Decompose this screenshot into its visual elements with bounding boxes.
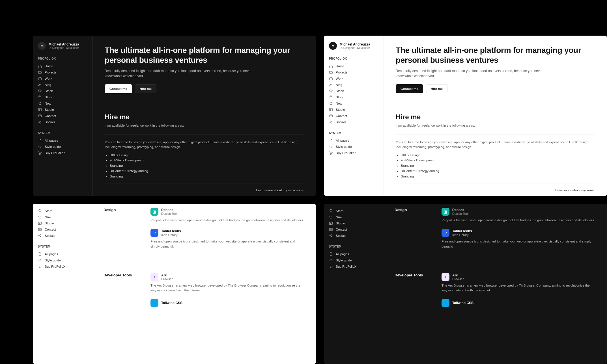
sidebar-item-now[interactable]: Now	[329, 100, 378, 107]
sidebar-item-now[interactable]: Now	[329, 214, 379, 220]
skill-item: BrContent Strategy anding	[401, 168, 595, 174]
sidebar-item-label: Stack	[336, 89, 344, 93]
sidebar-item-label: Studio	[45, 108, 54, 111]
sidebar-item-store[interactable]: Store	[38, 208, 88, 214]
product-icon: ~	[442, 299, 449, 307]
nav-heading-main: PROFOLIOX	[38, 57, 87, 60]
product-icon: ▣	[442, 208, 449, 216]
briefcase-icon	[329, 77, 333, 81]
sidebar-item-all-pages[interactable]: All pages	[38, 251, 88, 257]
contact-button[interactable]: Contact me	[105, 84, 132, 93]
sidebar-item-label: Contact	[336, 228, 347, 231]
product-item[interactable]: ↗ Tabler Icons Icon Library Free and ope…	[150, 229, 305, 249]
nav-heading-system: SYSTEM	[38, 245, 88, 248]
sidebar-item-studio[interactable]: Studio	[329, 107, 378, 113]
sparkle-icon	[38, 145, 42, 149]
skill-item: BrContent Strategy anding	[110, 168, 304, 174]
product-type: Icon Library	[161, 233, 181, 237]
sidebar-item-contact[interactable]: Contact	[38, 113, 87, 119]
refresh-icon	[329, 215, 333, 219]
sidebar-item-style-guide[interactable]: Style guide	[38, 257, 88, 263]
sidebar-item-socials[interactable]: Socials	[38, 233, 88, 239]
sidebar-item-blog[interactable]: Blog	[329, 82, 378, 88]
product-row: Developer Tools ✦ Arc Browser The Arc Br…	[104, 266, 305, 319]
sidebar-item-label: Store	[336, 209, 344, 213]
profile-subtitle: UI Designer · Developer	[49, 46, 79, 49]
sidebar-item-projects[interactable]: Projects	[329, 69, 378, 75]
sidebar-item-buy-profoliox[interactable]: Buy ProFolioX	[38, 263, 88, 270]
sidebar-item-now[interactable]: Now	[38, 214, 88, 220]
product-item[interactable]: ✦ Arc Browser The Arc Browser is a new w…	[150, 273, 305, 293]
contact-button[interactable]: Contact me	[396, 84, 423, 93]
learn-more-link[interactable]: Learn more about my services →	[256, 188, 304, 192]
main-content: The ultimate all-in-one platform for man…	[93, 36, 316, 196]
product-desc: The Arc Browser is a new web browser dev…	[442, 283, 596, 293]
sidebar-item-socials[interactable]: Socials	[38, 119, 87, 125]
sidebar-item-stack[interactable]: Stack	[329, 88, 378, 94]
briefcase-icon	[38, 77, 42, 81]
cart2-icon	[329, 265, 333, 268]
cart2-icon	[38, 151, 42, 155]
cart-icon	[38, 95, 42, 99]
home-icon	[329, 64, 333, 68]
sidebar-item-now[interactable]: Now	[38, 100, 87, 107]
sidebar-item-store[interactable]: Store	[38, 94, 87, 100]
sidebar-item-socials[interactable]: Socials	[329, 119, 378, 125]
sidebar-item-style-guide[interactable]: Style guide	[329, 257, 379, 263]
sidebar-item-studio[interactable]: Studio	[38, 107, 87, 113]
sidebar-item-style-guide[interactable]: Style guide	[329, 144, 378, 150]
profile-block[interactable]: M Michael Andreuzza UI Designer · Develo…	[38, 42, 87, 50]
cart2-icon	[329, 151, 333, 155]
sidebar-item-contact[interactable]: Contact	[329, 226, 379, 233]
sidebar-item-projects[interactable]: Projects	[38, 69, 87, 75]
sidebar-item-work[interactable]: Work	[38, 75, 87, 82]
hire-button[interactable]: Hire me	[426, 84, 447, 93]
sidebar-item-all-pages[interactable]: All pages	[329, 251, 379, 257]
product-item[interactable]: ▣ Penpot Design Tool Penpot is the web-b…	[150, 208, 305, 223]
sidebar-item-contact[interactable]: Contact	[329, 113, 378, 119]
main-content: The ultimate all-in-one platform for man…	[384, 36, 607, 196]
sidebar-item-home[interactable]: Home	[38, 63, 87, 69]
sidebar-item-studio[interactable]: Studio	[329, 220, 379, 226]
product-type: Browser	[161, 277, 173, 281]
sidebar-item-buy-profoliox[interactable]: Buy ProFolioX	[38, 150, 87, 156]
sidebar-item-buy-profoliox[interactable]: Buy ProFolioX	[329, 263, 379, 270]
share-icon	[329, 120, 333, 124]
sidebar-item-contact[interactable]: Contact	[38, 226, 88, 233]
sidebar-item-label: Contact	[45, 228, 56, 231]
layout-icon	[38, 221, 42, 225]
sidebar-item-label: Now	[336, 102, 342, 105]
sidebar: M Michael Andreuzza UI Designer · Develo…	[324, 36, 384, 196]
product-item[interactable]: ~ Tailwind CSS	[150, 299, 305, 307]
sidebar-item-store[interactable]: Store	[329, 208, 379, 214]
sidebar-item-label: Home	[336, 64, 345, 68]
sidebar-item-style-guide[interactable]: Style guide	[38, 144, 87, 150]
sidebar-item-label: All pages	[336, 139, 349, 142]
sidebar-item-work[interactable]: Work	[329, 75, 378, 82]
product-item[interactable]: ~ Tailwind CSS	[442, 299, 596, 307]
product-icon: ~	[150, 299, 158, 307]
sidebar-item-store[interactable]: Store	[329, 94, 378, 100]
sidebar-item-all-pages[interactable]: All pages	[38, 137, 87, 144]
sidebar-item-all-pages[interactable]: All pages	[329, 137, 378, 144]
sidebar-item-studio[interactable]: Studio	[38, 220, 88, 226]
product-item[interactable]: ↗ Tabler Icons Icon Library Free and ope…	[442, 229, 596, 249]
product-item[interactable]: ✦ Arc Browser The Arc Browser is a new w…	[442, 273, 596, 293]
hire-button[interactable]: Hire me	[135, 84, 156, 93]
sidebar-item-home[interactable]: Home	[329, 63, 378, 69]
skill-item: UI/UX Design	[401, 153, 595, 158]
product-item[interactable]: ▣ Penpot Design Tool Penpot is the web-b…	[442, 208, 596, 223]
hero-title: The ultimate all-in-one platform for man…	[396, 45, 595, 65]
products-content: Design ▣ Penpot Design Tool Penpot is th…	[93, 204, 316, 364]
share-icon	[329, 234, 333, 238]
profile-block[interactable]: M Michael Andreuzza UI Designer · Develo…	[329, 42, 378, 50]
cart2-icon	[38, 265, 42, 268]
product-desc: Penpot is the web-based open-source desi…	[442, 218, 596, 223]
learn-more-link[interactable]: Learn more about my servic	[555, 188, 595, 192]
sidebar-item-label: Buy ProFolioX	[45, 151, 66, 155]
sidebar-item-socials[interactable]: Socials	[329, 233, 379, 239]
sidebar-item-stack[interactable]: Stack	[38, 88, 87, 94]
sidebar-item-blog[interactable]: Blog	[38, 82, 87, 88]
sidebar-item-label: Projects	[45, 71, 57, 74]
sidebar-item-buy-profoliox[interactable]: Buy ProFolioX	[329, 150, 378, 156]
